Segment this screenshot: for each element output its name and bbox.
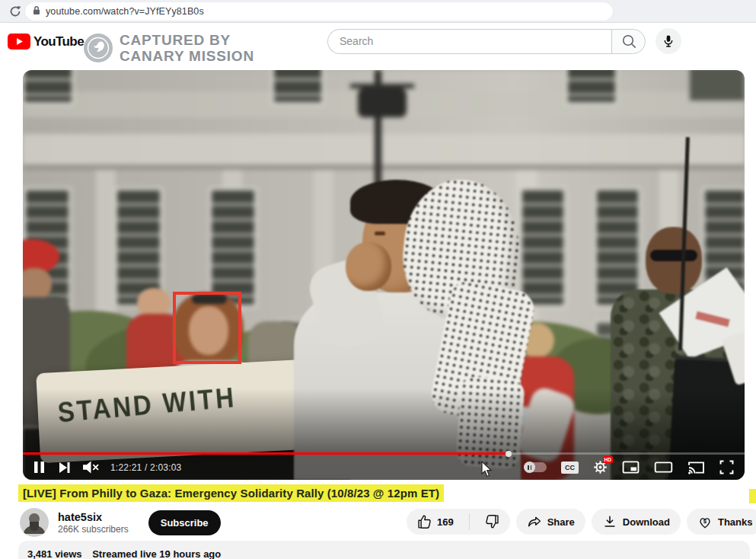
- settings-button[interactable]: HD: [593, 460, 608, 474]
- channel-avatar[interactable]: [20, 508, 49, 537]
- search-area: [327, 28, 681, 54]
- video-title-text: [LIVE] From Philly to Gaza: Emergency So…: [18, 484, 444, 502]
- youtube-play-icon: [8, 34, 30, 50]
- hd-quality-badge: HD: [603, 456, 613, 463]
- like-dislike-pill: 169: [407, 509, 510, 535]
- speaker-eyebrow: [375, 232, 385, 235]
- fullscreen-button[interactable]: [719, 460, 734, 474]
- youtube-wordmark: YouTube: [33, 34, 84, 50]
- subscribe-button[interactable]: Subscribe: [148, 510, 221, 535]
- next-button[interactable]: [58, 462, 71, 474]
- lock-icon: [33, 5, 40, 18]
- youtube-page: youtube.com/watch?v=JYfEYy81B0s YouTube …: [0, 0, 756, 559]
- time-display: 1:22:21 / 2:03:03: [110, 462, 181, 473]
- thumbs-up-icon: [416, 514, 432, 529]
- channel-name[interactable]: hate5six: [58, 511, 129, 523]
- captions-button[interactable]: CC: [561, 462, 579, 474]
- control-row: 1:22:21 / 2:03:03 CC HD: [23, 455, 745, 480]
- highlight-fragment: [749, 489, 756, 503]
- share-button[interactable]: Share: [516, 509, 585, 535]
- like-count: 169: [437, 516, 454, 528]
- download-button[interactable]: Download: [592, 509, 681, 535]
- mute-icon[interactable]: [82, 460, 100, 474]
- dislike-button[interactable]: [475, 509, 510, 535]
- svg-text:$: $: [703, 518, 707, 525]
- player-controls: 1:22:21 / 2:03:03 CC HD: [23, 388, 745, 480]
- thumbs-down-icon: [485, 514, 500, 529]
- share-icon: [527, 514, 542, 529]
- sunglasses: [650, 250, 697, 261]
- cast-button[interactable]: [687, 461, 705, 474]
- download-icon: [602, 514, 617, 529]
- thanks-button[interactable]: $ Thanks: [687, 509, 756, 535]
- miniplayer-button[interactable]: [622, 461, 640, 474]
- description-box[interactable]: 3,481 views Streamed live 19 hours ago: [18, 541, 750, 559]
- page-url: youtube.com/watch?v=JYfEYy81B0s: [46, 6, 204, 17]
- youtube-logo[interactable]: YouTube: [8, 34, 84, 50]
- right-controls: CC HD: [524, 460, 734, 474]
- view-count: 3,481 views: [27, 548, 82, 559]
- search-box: [327, 29, 611, 54]
- thanks-label: Thanks: [718, 516, 753, 528]
- browser-address-bar: youtube.com/watch?v=JYfEYy81B0s: [0, 0, 756, 23]
- heart-dollar-icon: $: [697, 514, 713, 529]
- watermark-line1: CAPTURED BY: [120, 32, 254, 48]
- speaker-fist: [346, 242, 391, 291]
- subscriber-count: 266K subscribers: [58, 524, 129, 535]
- search-button[interactable]: [611, 29, 646, 54]
- search-icon: [621, 34, 636, 49]
- channel-names: hate5six 266K subscribers: [58, 511, 129, 535]
- voice-search-button[interactable]: [656, 28, 681, 54]
- microphone-icon: [662, 34, 675, 48]
- face-highlight-box: [173, 292, 241, 364]
- video-player[interactable]: STAND WITH: [23, 70, 745, 480]
- stream-time: Streamed live 19 hours ago: [92, 548, 221, 559]
- url-field[interactable]: youtube.com/watch?v=JYfEYy81B0s: [25, 2, 613, 21]
- like-button[interactable]: 169: [407, 509, 464, 535]
- share-label: Share: [547, 516, 575, 528]
- channel-row: hate5six 266K subscribers Subscribe: [20, 508, 221, 537]
- video-title: [LIVE] From Philly to Gaza: Emergency So…: [18, 487, 444, 500]
- watermark-line2: CANARY MISSION: [120, 48, 254, 64]
- canary-bird-icon: [84, 34, 113, 62]
- download-label: Download: [623, 516, 670, 528]
- pause-button[interactable]: [33, 461, 45, 474]
- action-buttons: 169 Share Download $ Thanks Save ⋯: [407, 509, 756, 535]
- pill-divider: [469, 513, 470, 530]
- canary-mission-watermark: CAPTURED BY CANARY MISSION: [84, 32, 254, 64]
- search-input[interactable]: [340, 35, 591, 47]
- reload-icon[interactable]: [9, 5, 21, 21]
- autoplay-toggle[interactable]: [524, 462, 547, 472]
- theater-mode-button[interactable]: [654, 462, 673, 473]
